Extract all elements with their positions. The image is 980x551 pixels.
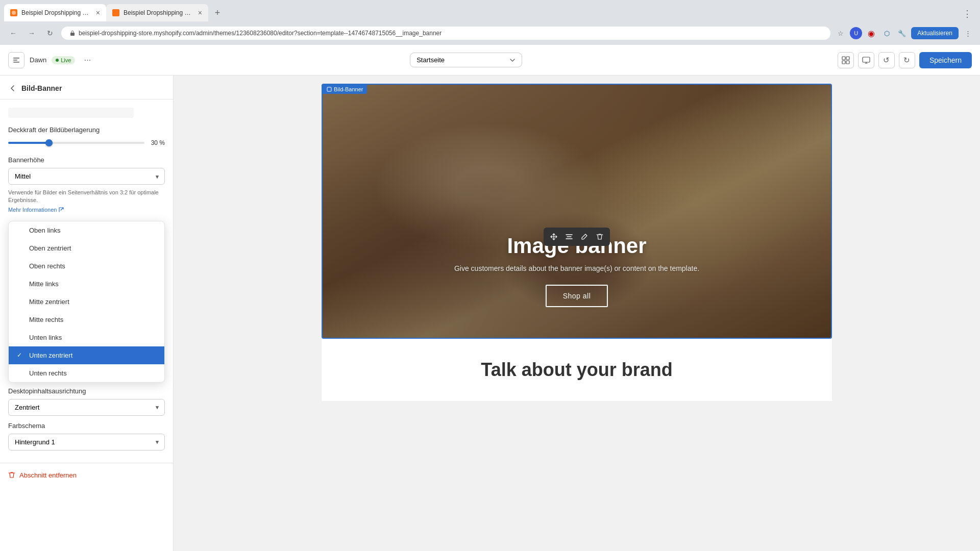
dropdown-item-mitte-rechts[interactable]: Mitte rechts — [9, 311, 164, 329]
tab-close-active[interactable]: × — [96, 9, 100, 16]
dropdown-item-mitte-links[interactable]: Mitte links — [9, 275, 164, 293]
banner-height-label: Bannerhöhe — [8, 156, 165, 164]
toolbar-edit-button[interactable] — [577, 230, 592, 244]
redo-button[interactable]: ↻ — [899, 52, 915, 68]
color-scheme-select[interactable]: Hintergrund 1 Hintergrund 2 Kontrastieru… — [8, 434, 165, 450]
save-button[interactable]: Speichern — [919, 52, 972, 68]
desktop-icon — [862, 56, 870, 64]
svg-rect-5 — [842, 57, 845, 60]
banner-tag-icon — [327, 87, 332, 92]
desktop-align-select[interactable]: Links Zentriert Rechts — [8, 399, 165, 416]
forward-nav-button[interactable]: → — [24, 26, 39, 40]
svg-rect-9 — [863, 57, 870, 62]
tab-label-active: Beispiel Dropshipping Store ·... — [21, 9, 90, 16]
tab-favicon — [10, 9, 17, 16]
tab-label-inactive: Beispiel Dropshipping Store — [124, 9, 192, 16]
sidebar-header: Bild-Banner — [0, 76, 173, 99]
address-bar: ← → ↻ beispiel-dropshipping-store.myshop… — [0, 21, 980, 45]
position-dropdown: Oben links Oben zentriert Oben rechts — [8, 221, 165, 383]
desktop-align-select-wrapper: Links Zentriert Rechts ▼ — [8, 399, 165, 416]
banner-floating-toolbar — [544, 228, 610, 246]
back-nav-button[interactable]: ← — [6, 26, 20, 40]
browser-profile-icon[interactable]: U — [850, 27, 862, 39]
browser-menu-icon[interactable]: ⋮ — [959, 6, 976, 21]
dropdown-item-oben-rechts[interactable]: Oben rechts — [9, 257, 164, 275]
aktualisieren-button[interactable]: Aktualisieren — [911, 27, 959, 39]
sidebar-content: Deckkraft der Bildüberlagerung 30 % Bann… — [0, 99, 173, 459]
chevron-down-icon — [509, 57, 516, 63]
svg-rect-8 — [846, 61, 849, 64]
svg-rect-6 — [846, 57, 849, 60]
top-toolbar: Dawn Live ··· Startseite — [0, 45, 980, 76]
bookmark-icon[interactable]: ☆ — [835, 27, 847, 39]
desktop-align-label: Desktopinhaltsausrichtung — [8, 387, 165, 395]
dropdown-item-mitte-zentriert[interactable]: Mitte zentriert — [9, 293, 164, 311]
grid-icon — [842, 56, 850, 64]
toolbar-right: ↺ ↻ Speichern — [838, 52, 972, 68]
banner-height-select-wrapper: Klein Mittel Groß ▼ — [8, 168, 165, 185]
dropdown-item-oben-links[interactable]: Oben links — [9, 221, 164, 239]
tab-favicon-2 — [112, 9, 119, 16]
color-scheme-select-wrapper: Hintergrund 1 Hintergrund 2 Kontrastieru… — [8, 434, 165, 450]
tab-close-inactive[interactable]: × — [198, 9, 202, 16]
dropdown-item-unten-links[interactable]: Unten links — [9, 329, 164, 346]
sidebar-toggle-button[interactable] — [8, 52, 24, 68]
banner-section[interactable]: Bild-Banner Image banner Give c — [322, 84, 832, 339]
desktop-align-section: Desktopinhaltsausrichtung Links Zentrier… — [8, 387, 165, 416]
page-selector-label: Startseite — [416, 56, 445, 64]
toolbar-align-button[interactable] — [562, 230, 576, 244]
toolbar-center: Startseite — [101, 53, 831, 67]
theme-more-button[interactable]: ··· — [80, 53, 94, 67]
color-scheme-section: Farbschema Hintergrund 1 Hintergrund 2 K… — [8, 422, 165, 450]
sidebar-icon — [12, 56, 20, 64]
dropdown-item-unten-zentriert[interactable]: ✓ Unten zentriert — [9, 346, 164, 364]
check-icon-selected: ✓ — [17, 352, 25, 359]
undo-button[interactable]: ↺ — [878, 52, 895, 68]
opacity-value: 30 % — [149, 139, 165, 146]
svg-rect-2 — [13, 58, 19, 59]
reload-nav-button[interactable]: ↻ — [43, 26, 57, 40]
remove-section-button[interactable]: Abschnitt entfernen — [0, 463, 173, 487]
extension-icon-3[interactable]: 🔧 — [896, 27, 908, 39]
align-icon — [566, 233, 573, 240]
svg-rect-7 — [842, 61, 845, 64]
dropdown-item-oben-zentriert[interactable]: Oben zentriert — [9, 239, 164, 257]
opacity-label: Deckkraft der Bildüberlagerung — [8, 126, 165, 134]
banner-subtitle: Give customers details about the banner … — [454, 264, 699, 272]
toolbar-move-button[interactable] — [547, 230, 561, 244]
remove-section-label: Abschnitt entfernen — [19, 471, 77, 479]
url-bar[interactable]: beispiel-dropshipping-store.myshopify.co… — [61, 27, 830, 40]
svg-rect-4 — [13, 62, 19, 63]
extension-icon-1[interactable]: ◉ — [865, 27, 877, 39]
tab-inactive[interactable]: Beispiel Dropshipping Store × — [106, 4, 208, 21]
svg-rect-10 — [327, 87, 331, 91]
preview-area: Bild-Banner Image banner Give c — [174, 76, 980, 551]
page-selector-dropdown[interactable]: Startseite — [410, 53, 522, 67]
live-dot — [56, 59, 59, 62]
shop-all-button[interactable]: Shop all — [546, 285, 608, 307]
sidebar-title: Bild-Banner — [21, 84, 62, 92]
address-icons: ☆ U ◉ ⬡ 🔧 Aktualisieren ⋮ — [835, 27, 974, 39]
new-tab-button[interactable]: + — [210, 6, 225, 20]
opacity-slider-container — [8, 138, 144, 148]
live-label: Live — [61, 57, 71, 63]
move-icon — [550, 233, 557, 240]
sidebar-back-button[interactable] — [8, 84, 17, 93]
hint-text: Verwende für Bilder ein Seitenverhältnis… — [8, 189, 165, 205]
dropdown-item-unten-rechts[interactable]: Unten rechts — [9, 364, 164, 382]
toolbar-delete-button[interactable] — [593, 230, 607, 244]
banner-height-select[interactable]: Klein Mittel Groß — [8, 168, 165, 185]
delete-icon — [596, 233, 603, 240]
more-info-link[interactable]: Mehr Informationen — [8, 207, 165, 213]
elements-grid-button[interactable] — [838, 52, 854, 68]
opacity-slider-thumb[interactable] — [45, 139, 53, 146]
live-badge: Live — [52, 56, 75, 64]
color-scheme-label: Farbschema — [8, 422, 165, 430]
browser-more-icon[interactable]: ⋮ — [962, 27, 974, 39]
tab-active[interactable]: Beispiel Dropshipping Store ·... × — [4, 4, 106, 21]
extension-icon-2[interactable]: ⬡ — [880, 27, 893, 39]
brand-title: Talk about your brand — [332, 359, 822, 381]
toolbar-left: Dawn Live ··· — [8, 52, 94, 68]
desktop-view-button[interactable] — [858, 52, 874, 68]
svg-rect-3 — [13, 60, 17, 61]
